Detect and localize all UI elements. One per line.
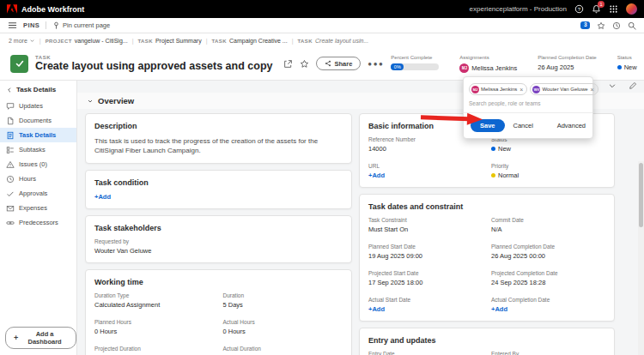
- cancel-button[interactable]: Cancel: [513, 122, 533, 129]
- sidebar-item-predecessors[interactable]: Predecessors: [0, 215, 76, 230]
- percent-complete-label: Percent Complete: [391, 55, 439, 60]
- reference-number-value: 14000: [368, 145, 483, 153]
- predecessors-icon: [6, 219, 15, 227]
- detail-toolbar: [608, 81, 637, 90]
- field: Planned Start Date19 Aug 2025 09:00: [368, 244, 483, 260]
- breadcrumb-project[interactable]: PROJECT vangeluw - CitiSig...: [46, 38, 128, 44]
- left-panel: Task Details Updates Documents Task Deta…: [0, 81, 77, 355]
- more-options-icon[interactable]: ●●●: [368, 60, 384, 68]
- issues-icon: [6, 160, 15, 169]
- breadcrumb-separator: |: [292, 38, 294, 44]
- add-actual-start-link[interactable]: +Add: [368, 305, 483, 313]
- working-time-card: Working time Duration TypeCalculated Ass…: [85, 269, 352, 355]
- breadcrumb-task-1[interactable]: TASK Project Summary: [137, 38, 201, 44]
- add-task-condition-link[interactable]: +Add: [94, 193, 343, 201]
- entry-updates-card: Entry and updates Entry Date 19 Aug 2025…: [359, 328, 615, 355]
- notification-badge: 1: [598, 1, 605, 8]
- percent-complete-bar[interactable]: 0%: [391, 63, 439, 70]
- layout-count-badge[interactable]: 3: [580, 21, 590, 30]
- status-value[interactable]: New: [617, 63, 637, 71]
- field: Actual Duration0 Days: [223, 346, 343, 355]
- stat-assignments: Assignments MJ Melissa Jenkins: [459, 55, 517, 73]
- export-share-icon[interactable]: [283, 59, 293, 69]
- search-icon[interactable]: [628, 21, 636, 30]
- field-label: Commit Date: [491, 217, 605, 223]
- hamburger-menu-icon[interactable]: [8, 21, 17, 30]
- remove-assignee-icon[interactable]: ×: [591, 87, 594, 93]
- breadcrumb-current-task[interactable]: TASK Create layout usin...: [298, 38, 369, 44]
- sidebar-item-expenses[interactable]: Expenses: [0, 201, 76, 215]
- task-details-icon: [6, 131, 15, 140]
- field-label: URL: [368, 163, 483, 169]
- sidebar-item-hours[interactable]: Hours: [0, 171, 76, 186]
- share-icon: [325, 60, 331, 67]
- notifications-bell-icon[interactable]: 1: [592, 4, 601, 14]
- field: Duration TypeCalculated Assignment: [94, 292, 215, 309]
- remove-assignee-icon[interactable]: ×: [519, 87, 523, 93]
- field: Task ConstraintMust Start On: [368, 217, 483, 233]
- field: URL +Add: [368, 163, 483, 179]
- assignments-value[interactable]: MJ Melissa Jenkins: [459, 63, 517, 73]
- add-actual-completion-link[interactable]: +Add: [491, 305, 605, 313]
- priority-field-value[interactable]: Normal: [491, 171, 605, 179]
- pin-current-page-button[interactable]: Pin current page: [52, 21, 110, 29]
- status-label: Status: [617, 55, 637, 60]
- field-label: Actual Completion Date: [491, 297, 605, 303]
- sidebar-item-label: Approvals: [19, 190, 47, 197]
- sidebar-item-label: Expenses: [19, 204, 47, 212]
- assignee-chip-wouter[interactable]: WV Wouter Van Geluwe ×: [530, 83, 598, 95]
- scrollbar-track[interactable]: [638, 161, 644, 355]
- edit-pencil-icon[interactable]: [629, 81, 637, 90]
- app-switcher-icon[interactable]: [609, 4, 618, 14]
- field-value: 5 Days: [223, 301, 343, 309]
- documents-icon: [6, 117, 15, 125]
- sidebar-item-updates[interactable]: Updates: [0, 99, 76, 113]
- sidebar-item-issues[interactable]: Issues (0): [0, 157, 76, 171]
- breadcrumb-separator: |: [39, 38, 41, 44]
- assignee-chip-melissa[interactable]: MJ Melissa Jenkins ×: [469, 83, 527, 95]
- add-dashboard-button[interactable]: + Add a Dashboard: [5, 327, 76, 349]
- updates-icon: [6, 102, 15, 111]
- advanced-button[interactable]: Advanced: [557, 122, 586, 129]
- collapse-sections-icon[interactable]: [608, 81, 617, 90]
- pins-menu[interactable]: PINS: [23, 21, 39, 29]
- field-label: Task Constraint: [368, 217, 483, 223]
- add-url-link[interactable]: +Add: [368, 171, 483, 179]
- sidebar-item-subtasks[interactable]: Subtasks: [0, 142, 76, 157]
- field-label: Duration: [223, 292, 343, 298]
- panel-title: Task Details: [16, 86, 56, 93]
- user-avatar[interactable]: [626, 3, 637, 15]
- status-dot: [491, 147, 495, 151]
- favorite-star-icon[interactable]: [300, 59, 309, 69]
- planned-completion-value[interactable]: 26 Aug 2025: [538, 63, 596, 71]
- sidebar-item-label: Predecessors: [19, 219, 58, 226]
- sidebar-item-label: Issues (0): [19, 160, 47, 168]
- status-dot: [617, 65, 622, 69]
- recents-clock-icon[interactable]: [612, 21, 621, 30]
- sidebar-item-label: Task Details: [19, 131, 56, 139]
- task-header: TASK Create layout using approved assets…: [0, 47, 644, 80]
- help-icon[interactable]: ?: [574, 4, 584, 14]
- panel-header[interactable]: Task Details: [0, 81, 76, 99]
- sidebar-item-approvals[interactable]: Approvals: [0, 186, 76, 201]
- breadcrumb-task-2[interactable]: TASK Campaign Creative ...: [211, 38, 287, 44]
- assignee-search-input[interactable]: [469, 100, 589, 106]
- sidebar-item-task-details[interactable]: Task Details: [0, 128, 76, 142]
- chevron-down-icon: [87, 98, 94, 105]
- assignments-label: Assignments: [459, 55, 517, 60]
- field: Commit DateN/A: [491, 217, 605, 233]
- status-field-value[interactable]: New: [491, 145, 605, 153]
- field-label: Entered By: [491, 351, 605, 355]
- assignments-popup: MJ Melissa Jenkins × WV Wouter Van Geluw…: [463, 76, 593, 139]
- favorites-star-icon[interactable]: [597, 21, 605, 30]
- field-label: Entry Date: [368, 351, 483, 355]
- scrollbar-thumb[interactable]: [639, 163, 643, 227]
- expenses-icon: [6, 204, 15, 213]
- breadcrumb-more[interactable]: 2 more: [9, 38, 35, 44]
- field: Projected Start Date17 Sep 2025 18:00: [368, 270, 483, 286]
- share-button[interactable]: Share: [316, 57, 361, 70]
- field: Actual Hours0 Hours: [223, 319, 343, 335]
- sidebar-item-documents[interactable]: Documents: [0, 113, 76, 128]
- pins-toolbar: PINS Pin current page 3: [0, 18, 644, 33]
- sidebar-item-label: Documents: [19, 117, 52, 124]
